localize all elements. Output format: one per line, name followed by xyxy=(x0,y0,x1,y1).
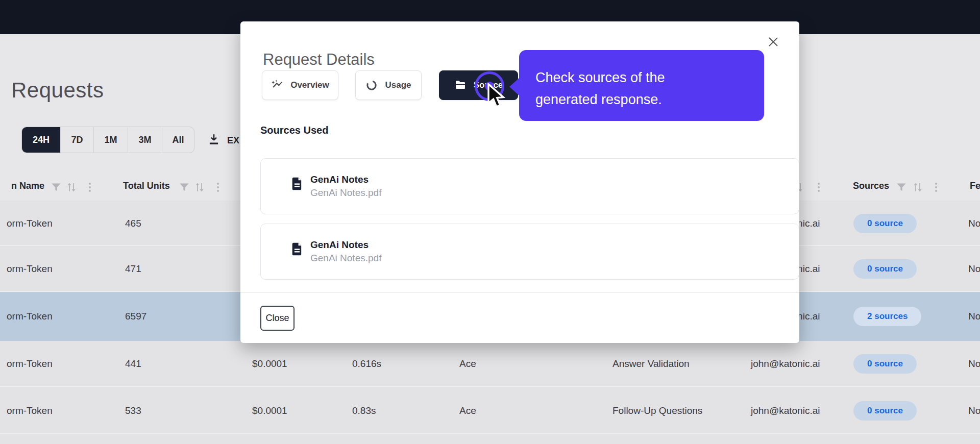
column-header-feedback: Fe xyxy=(970,181,980,191)
cell-total-units: 465 xyxy=(125,218,141,229)
source-card[interactable]: GenAi NotesGenAi Notes.pdf xyxy=(260,158,799,214)
source-title: GenAi Notes xyxy=(310,239,369,251)
sort-icon[interactable] xyxy=(193,181,206,193)
sources-count-badge[interactable]: 0 source xyxy=(853,214,917,233)
cell-user: john@katonic.ai xyxy=(751,358,820,369)
menu-icon[interactable] xyxy=(930,181,942,193)
document-icon xyxy=(290,175,304,193)
source-title: GenAi Notes xyxy=(310,174,369,185)
time-filter-all[interactable]: All xyxy=(162,127,194,153)
cell-latency: 0.83s xyxy=(352,405,376,416)
modal-title: Request Details xyxy=(263,51,375,69)
cell-feedback: No xyxy=(968,311,980,322)
tab-overview[interactable]: Overview xyxy=(262,70,338,100)
tab-label: Overview xyxy=(290,80,329,90)
source-card[interactable]: GenAi NotesGenAi Notes.pdf xyxy=(260,224,799,280)
document-icon xyxy=(290,240,304,258)
sources-count-badge[interactable]: 0 source xyxy=(853,259,917,279)
sources-count-badge[interactable]: 0 source xyxy=(853,354,917,374)
cell-feedback: No xyxy=(968,263,980,275)
data-usage-icon xyxy=(365,79,378,91)
cell-cost: $0.0001 xyxy=(252,358,287,369)
tab-label: Usage xyxy=(385,80,411,90)
filter-icon[interactable] xyxy=(178,181,190,193)
cell-token-name: orm-Token xyxy=(7,311,53,322)
time-filter-3m[interactable]: 3M xyxy=(128,127,162,153)
sort-icon[interactable] xyxy=(65,181,78,193)
cell-cost: $0.0001 xyxy=(252,405,287,416)
filter-icon[interactable] xyxy=(50,181,62,193)
column-header-token-name: n Name xyxy=(11,181,44,191)
cell-feedback: No xyxy=(968,358,980,369)
cell-latency: 0.616s xyxy=(352,358,381,369)
column-header-sources: Sources xyxy=(853,181,889,191)
cell-user: john@katonic.ai xyxy=(751,405,820,416)
app-screen: Requests 24H7D1M3MAll EX n NameTotal Uni… xyxy=(0,0,980,444)
cursor-pointer-icon xyxy=(486,83,510,111)
cell-token-name: orm-Token xyxy=(7,218,53,229)
cell-feedback: No xyxy=(968,405,980,416)
cell-app: Follow-Up Questions xyxy=(612,405,702,416)
coachmark-tooltip: Check sources of thegenerated response. xyxy=(519,50,764,121)
table-row[interactable]: orm-Token533$0.00010.83sAceFollow-Up Que… xyxy=(0,387,980,434)
download-icon xyxy=(207,132,220,149)
modal-footer: Close xyxy=(240,292,799,343)
tooltip-text-line: generated response. xyxy=(535,89,749,111)
time-filter-7d[interactable]: 7D xyxy=(61,127,94,153)
cell-total-units: 533 xyxy=(125,405,141,416)
table-row[interactable]: orm-Token441$0.00010.616sAceAnswer Valid… xyxy=(0,341,980,387)
cell-token-name: orm-Token xyxy=(7,263,53,275)
close-icon[interactable] xyxy=(764,33,782,51)
source-filename: GenAi Notes.pdf xyxy=(310,253,381,264)
sources-count-badge[interactable]: 0 source xyxy=(853,401,917,421)
table-row-partial xyxy=(0,434,980,444)
cell-token-name: orm-Token xyxy=(7,405,53,416)
menu-icon[interactable] xyxy=(84,181,96,193)
tab-usage[interactable]: Usage xyxy=(355,70,422,100)
export-button[interactable]: EX xyxy=(207,130,239,151)
cell-model: Ace xyxy=(459,405,476,416)
close-button[interactable]: Close xyxy=(260,306,295,331)
menu-icon[interactable] xyxy=(813,181,825,193)
column-header-total-units: Total Units xyxy=(123,181,170,191)
menu-icon[interactable] xyxy=(212,181,224,193)
cell-feedback: No xyxy=(968,218,980,229)
folder-icon xyxy=(454,79,467,91)
cell-token-name: orm-Token xyxy=(7,358,53,369)
source-filename: GenAi Notes.pdf xyxy=(310,187,381,199)
tooltip-arrow xyxy=(509,78,520,96)
cell-model: Ace xyxy=(459,358,476,369)
page-title: Requests xyxy=(11,78,104,103)
cell-total-units: 6597 xyxy=(125,311,146,322)
tooltip-text-line: Check sources of the xyxy=(535,67,749,89)
sources-used-heading: Sources Used xyxy=(260,125,328,136)
cell-total-units: 441 xyxy=(125,358,141,369)
filter-icon[interactable] xyxy=(895,181,908,193)
sort-icon[interactable] xyxy=(912,181,924,193)
sources-count-badge[interactable]: 2 sources xyxy=(853,307,921,326)
time-range-filter: 24H7D1M3MAll xyxy=(21,127,194,153)
cell-app: Answer Validation xyxy=(612,358,690,369)
time-filter-1m[interactable]: 1M xyxy=(94,127,128,153)
time-filter-24h[interactable]: 24H xyxy=(22,127,61,153)
cell-total-units: 471 xyxy=(125,263,141,275)
export-label: EX xyxy=(227,135,239,146)
auto-graph-icon xyxy=(271,79,283,91)
